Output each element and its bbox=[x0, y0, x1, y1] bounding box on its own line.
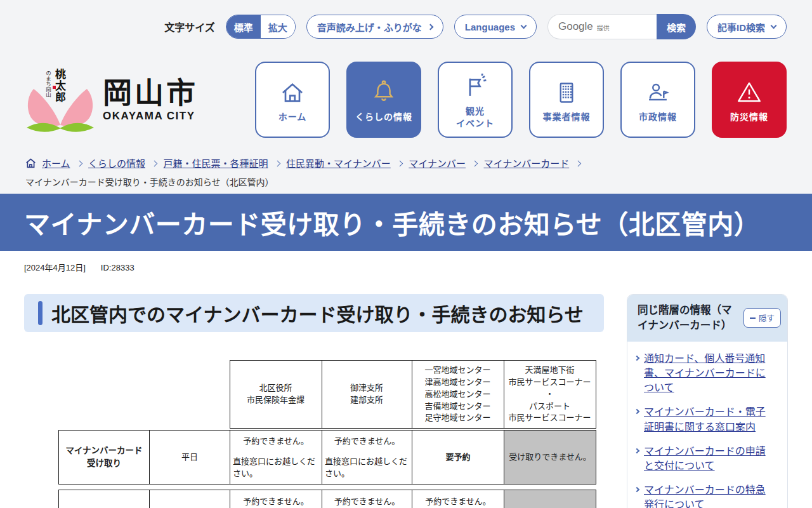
chevron-right-icon bbox=[427, 23, 433, 30]
cell-tenmaya-row2 bbox=[504, 490, 596, 508]
breadcrumb-current-page: マイナンバーカード受け取り・手続きのお知らせ（北区管内） bbox=[25, 175, 787, 188]
site-title-ja: 岡山市 bbox=[103, 77, 198, 109]
page-title-banner: マイナンバーカード受け取り・手続きのお知らせ（北区管内） bbox=[0, 194, 812, 251]
second-row-table: 予約できません。 予約できません。 予約できません。 bbox=[58, 490, 596, 508]
breadcrumb-living-info[interactable]: くらしの情報 bbox=[88, 156, 145, 170]
col-header-tenmaya: 天満屋地下街 市民サービスコーナー ・ パスポート 市民サービスコーナー bbox=[504, 361, 596, 429]
languages-label: Languages bbox=[465, 22, 515, 32]
speech-furigana-label: 音声読み上げ・ふりがな bbox=[317, 20, 422, 34]
col-header-mitsu-branch: 御津支所 建部支所 bbox=[322, 361, 412, 429]
home-icon bbox=[278, 79, 307, 107]
font-size-expand-button[interactable]: 拡大 bbox=[261, 15, 295, 38]
breadcrumb-home[interactable]: ホーム bbox=[42, 156, 70, 170]
chevron-right-icon bbox=[274, 160, 280, 166]
site-title-en: OKAYAMA CITY bbox=[103, 110, 198, 123]
breadcrumb-mynumber-card[interactable]: マイナンバーカード bbox=[484, 156, 570, 170]
site-logo[interactable]: のまち岡山 桃太郎 岡山市 OKAYAMA CITY bbox=[25, 67, 198, 133]
logo-tagline: のまち岡山 bbox=[45, 70, 51, 98]
google-logo: Google bbox=[558, 20, 593, 33]
list-item: マイナンバーカード・電子証明書に関する窓口案内 bbox=[635, 404, 772, 434]
site-search: Google 提供 検索 bbox=[547, 14, 696, 39]
table-corner-cell bbox=[149, 361, 230, 429]
col-header-kita-ward: 北区役所 市民保険年金課 bbox=[230, 361, 322, 429]
breadcrumb-mynumber[interactable]: マイナンバー bbox=[409, 156, 466, 170]
article-id: ID:28333 bbox=[101, 263, 134, 272]
cell-kita-pickup: 予約できません。 直接窓口にお越しください。 bbox=[230, 431, 322, 485]
office-header-table: 北区役所 市民保険年金課 御津支所 建部支所 一宮地域センター 津高地域センター… bbox=[58, 360, 596, 429]
page-title: マイナンバーカード受け取り・手続きのお知らせ（北区管内） bbox=[24, 203, 760, 241]
card-pickup-table: マイナンバーカード 受け取り 平日 予約できません。 直接窓口にお越しください。… bbox=[58, 430, 596, 485]
cell-mitsu-pickup: 予約できません。 直接窓口にお越しください。 bbox=[322, 431, 412, 485]
cell-empty bbox=[150, 490, 230, 508]
nav-home[interactable]: ホーム bbox=[255, 62, 330, 138]
logo-red-dot bbox=[53, 86, 56, 89]
warning-icon bbox=[735, 79, 764, 107]
sidebar-links: 通知カード、個人番号通知書、マイナンバーカードについて マイナンバーカード・電子… bbox=[627, 342, 787, 508]
main-content: 北区管内でのマイナンバーカード受け取り・手続きのお知らせ 北区役所 市民保険年金… bbox=[24, 294, 604, 508]
breadcrumb-certificates[interactable]: 戸籍・住民票・各種証明 bbox=[164, 156, 268, 170]
chevron-right-icon bbox=[575, 160, 581, 166]
chevron-right-icon bbox=[634, 448, 639, 453]
main-navigation: ホーム くらしの情報 観光 イベント 事業者情報 市政情報 防災情報 bbox=[255, 62, 787, 138]
sidebar-header: 同じ階層の情報（マイナンバーカード） 隠す bbox=[627, 295, 787, 342]
nav-city-government[interactable]: 市政情報 bbox=[620, 62, 695, 138]
minus-icon bbox=[750, 318, 756, 319]
list-item: マイナンバーカードの特急発行について bbox=[635, 483, 772, 508]
cell-empty bbox=[59, 490, 150, 508]
font-size-label: 文字サイズ bbox=[164, 19, 215, 34]
chevron-right-icon bbox=[396, 160, 402, 166]
chevron-down-icon bbox=[771, 23, 777, 29]
civic-icon bbox=[643, 79, 672, 107]
cell-centers-row2: 予約できません。 bbox=[412, 490, 504, 508]
google-provided-label: 提供 bbox=[597, 23, 610, 32]
breadcrumb: ホーム くらしの情報 戸籍・住民票・各種証明 住民異動・マイナンバー マイナンバ… bbox=[0, 146, 812, 194]
list-item: 通知カード、個人番号通知書、マイナンバーカードについて bbox=[635, 351, 772, 396]
breadcrumb-resident-mynumber[interactable]: 住民異動・マイナンバー bbox=[286, 156, 391, 170]
languages-button[interactable]: Languages bbox=[454, 15, 537, 39]
flag-icon bbox=[461, 73, 490, 101]
home-icon bbox=[25, 158, 36, 168]
nav-living-info[interactable]: くらしの情報 bbox=[346, 62, 421, 138]
chevron-right-icon bbox=[76, 160, 82, 166]
chevron-right-icon bbox=[634, 409, 639, 414]
article-id-search-button[interactable]: 記事ID検索 bbox=[707, 15, 787, 39]
sidebar-same-level: 同じ階層の情報（マイナンバーカード） 隠す 通知カード、個人番号通知書、マイナン… bbox=[627, 294, 788, 508]
search-input[interactable]: Google 提供 bbox=[547, 14, 657, 39]
sidebar-link-counter-guide[interactable]: マイナンバーカード・電子証明書に関する窓口案内 bbox=[644, 404, 772, 434]
heading-accent-bar bbox=[38, 301, 43, 325]
cell-kita-row2: 予約できません。 bbox=[230, 490, 322, 508]
utility-bar: 文字サイズ 標準 拡大 音声読み上げ・ふりがな Languages Google… bbox=[0, 0, 812, 53]
search-button[interactable]: 検索 bbox=[657, 14, 696, 39]
table-corner-cell bbox=[58, 361, 149, 429]
font-size-toggle: 標準 拡大 bbox=[226, 15, 296, 39]
chevron-right-icon bbox=[152, 160, 157, 166]
bell-icon bbox=[369, 79, 398, 107]
font-size-standard-button[interactable]: 標準 bbox=[226, 15, 261, 38]
site-header: のまち岡山 桃太郎 岡山市 OKAYAMA CITY ホーム くらしの情報 観光… bbox=[0, 53, 812, 146]
hide-button[interactable]: 隠す bbox=[743, 308, 781, 328]
sidebar-link-notification-card[interactable]: 通知カード、個人番号通知書、マイナンバーカードについて bbox=[644, 351, 772, 396]
col-header-district-centers: 一宮地域センター 津高地域センター 高松地域センター 吉備地域センター 足守地域… bbox=[412, 361, 504, 429]
cell-schedule: 平日 bbox=[150, 431, 230, 485]
article-meta: [2024年4月12日] ID:28333 bbox=[24, 261, 788, 273]
chevron-right-icon bbox=[472, 160, 478, 166]
section-heading: 北区管内でのマイナンバーカード受け取り・手続きのお知らせ bbox=[24, 294, 604, 332]
nav-disaster-info[interactable]: 防災情報 bbox=[712, 62, 787, 138]
cell-centers-pickup: 要予約 bbox=[412, 431, 504, 485]
row-label-card-pickup: マイナンバーカード 受け取り bbox=[59, 431, 150, 485]
nav-business-info[interactable]: 事業者情報 bbox=[529, 62, 604, 138]
speech-furigana-button[interactable]: 音声読み上げ・ふりがな bbox=[306, 15, 443, 39]
sidebar-link-application-issue[interactable]: マイナンバーカードの申請と交付について bbox=[644, 444, 772, 473]
article-date: [2024年4月12日] bbox=[24, 261, 86, 273]
building-icon bbox=[552, 79, 581, 107]
chevron-down-icon bbox=[521, 23, 527, 29]
sidebar-link-express-issue[interactable]: マイナンバーカードの特急発行について bbox=[644, 483, 772, 508]
chevron-right-icon bbox=[634, 487, 639, 492]
page-top: 文字サイズ 標準 拡大 音声読み上げ・ふりがな Languages Google… bbox=[0, 0, 812, 194]
sidebar-title: 同じ階層の情報（マイナンバーカード） bbox=[638, 303, 740, 333]
chevron-right-icon bbox=[634, 356, 639, 361]
list-item: マイナンバーカードの申請と交付について bbox=[635, 444, 772, 473]
nav-tourism-events[interactable]: 観光 イベント bbox=[438, 62, 513, 138]
article-id-search-label: 記事ID検索 bbox=[717, 20, 765, 34]
cell-mitsu-row2: 予約できません。 bbox=[322, 490, 412, 508]
